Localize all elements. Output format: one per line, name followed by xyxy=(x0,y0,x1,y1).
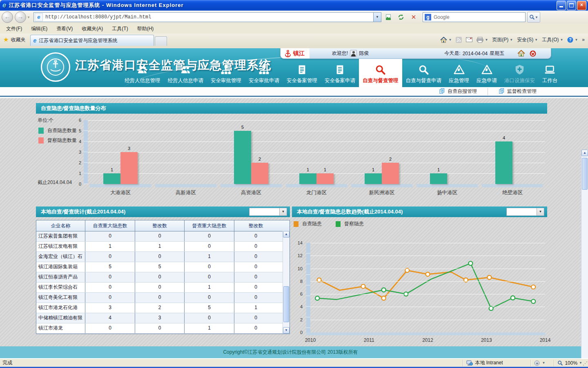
restore-button[interactable] xyxy=(567,1,576,10)
stats-table-header: 企业名称自查重大隐患数整改数督查重大隐患数整改数 xyxy=(36,220,290,231)
protected-mode-button[interactable]: ▼ xyxy=(534,360,545,366)
search-input[interactable] xyxy=(433,14,525,20)
forward-button[interactable]: → xyxy=(15,11,26,23)
bar-value-label: 4 xyxy=(495,135,512,140)
resize-grip[interactable] xyxy=(582,361,587,366)
menu-item-3[interactable]: 查看(V) xyxy=(52,24,77,34)
table-row[interactable]: 镇江奇美化工有限0000 xyxy=(36,293,290,303)
help-button[interactable]: ? ▼ xyxy=(567,37,578,43)
zoom-control[interactable]: 100% ▼ xyxy=(557,360,582,366)
bar-y-tick: 4 xyxy=(71,139,81,144)
web-page: 江苏省港口安全监管与应急管理系统 镇江 欢迎您! 陈俊 今天是: xyxy=(0,48,588,358)
compatibility-button[interactable] xyxy=(383,12,394,22)
logout-power-icon[interactable] xyxy=(529,50,537,57)
menu-item-5[interactable]: 工具(T) xyxy=(107,24,132,34)
page-scroll-up-icon[interactable]: ▲ xyxy=(581,150,588,156)
nav-item-8[interactable]: 自查与督查申请 xyxy=(402,59,445,87)
submenu-item-2[interactable]: 监督检查管理 xyxy=(488,88,547,95)
table-row[interactable]: 镇江李长荣综合石0010 xyxy=(36,283,290,293)
menu-item-2[interactable]: 编辑(E) xyxy=(27,24,52,34)
bar-y-tick: 1 xyxy=(71,171,81,176)
column-header: 督查重大隐患数 xyxy=(185,220,234,231)
trend-y-tick: 2 xyxy=(293,317,303,322)
table-row[interactable]: 中储粮镇江粮油有限4300 xyxy=(36,313,290,323)
search-go-button[interactable]: ▼ xyxy=(527,12,540,22)
scroll-up-icon[interactable]: ▲ xyxy=(283,231,290,238)
history-dropdown-icon[interactable]: ▼ xyxy=(27,16,30,19)
menu-item-6[interactable]: 帮助(H) xyxy=(133,24,158,34)
table-row[interactable]: 镇江市港龙0010 xyxy=(36,323,290,334)
safety-menu[interactable]: 安全(S)▼ xyxy=(517,36,538,43)
table-scroll-thumb[interactable] xyxy=(283,286,289,322)
gridline xyxy=(310,256,545,256)
bar-x-axis-segment xyxy=(286,184,347,187)
table-row[interactable]: 镇江港国际集装箱5500 xyxy=(36,262,290,272)
trend-y-tick: 6 xyxy=(293,292,303,296)
trend-filter-select[interactable]: ▼ xyxy=(506,208,544,216)
new-tab-button[interactable] xyxy=(155,36,167,46)
table-row[interactable]: 江苏镇江发电有限1100 xyxy=(36,242,290,252)
tab-title: 江苏省港口安全监管与应急管理系统 xyxy=(39,37,117,44)
tools-menu[interactable]: 工具(O)▼ xyxy=(542,36,563,43)
nav-item-12[interactable]: 工作台 xyxy=(539,59,561,87)
table-scrollbar[interactable]: ▲ ▼ xyxy=(283,231,290,334)
page-scrollbar[interactable]: ▲ ▼ xyxy=(581,150,588,358)
nav-item-2[interactable]: 经营人信息申请 xyxy=(164,59,207,87)
printer-icon xyxy=(477,37,483,43)
trend-x-tick: 2010 xyxy=(302,337,318,343)
back-button[interactable]: ← xyxy=(2,11,13,23)
trend-x-tick: 2011 xyxy=(361,337,377,343)
mail-button[interactable] xyxy=(466,37,472,42)
stop-button[interactable]: ✕ xyxy=(408,12,419,22)
scroll-down-icon[interactable]: ▼ xyxy=(283,327,290,334)
favorites-star-icon[interactable]: ★ xyxy=(3,36,9,43)
nav-item-7[interactable]: 自查与督查管理 xyxy=(359,59,402,87)
minimize-button[interactable] xyxy=(557,1,566,10)
menu-item-1[interactable]: 文件(F) xyxy=(2,24,27,34)
submenu-item-1[interactable]: 自查自报管理 xyxy=(428,88,488,95)
overflow-chevron[interactable]: » xyxy=(582,37,585,43)
table-row[interactable]: 镇江恒泰沥青产品0000 xyxy=(36,272,290,283)
nav-item-10[interactable]: 应急申请 xyxy=(473,59,501,87)
warning-icon xyxy=(481,64,492,75)
nav-item-9[interactable]: 应急管理 xyxy=(445,59,473,87)
close-button[interactable]: × xyxy=(577,1,586,10)
table-row[interactable]: 镇江市港龙石化港3251 xyxy=(36,303,290,313)
page-menu[interactable]: 页面(P)▼ xyxy=(492,36,513,43)
stats-filter-select[interactable]: ▼ xyxy=(249,208,287,216)
home-button[interactable]: ▼ xyxy=(440,37,452,43)
bar-self-check xyxy=(103,173,120,184)
feeds-button[interactable] xyxy=(456,37,462,43)
today-weekday: 星期五 xyxy=(490,50,504,57)
menu-item-4[interactable]: 收藏夹(A) xyxy=(77,24,107,34)
nav-item-5[interactable]: 安全备案管理 xyxy=(283,59,321,87)
bar-self-check xyxy=(299,173,316,184)
refresh-button[interactable] xyxy=(395,12,407,22)
trend-marker xyxy=(531,285,535,289)
nav-item-6[interactable]: 安全备案申请 xyxy=(321,59,359,87)
select-arrow-icon: ▼ xyxy=(279,208,287,215)
nav-item-3[interactable]: 安全审批管理 xyxy=(207,59,245,87)
table-row[interactable]: 金海宏业（镇江）石0010 xyxy=(36,252,290,262)
trend-marker xyxy=(405,268,409,272)
nav-item-11[interactable]: 港口设施保安 xyxy=(501,59,539,87)
zoom-icon xyxy=(557,360,563,366)
today-date: 2014-04-04 xyxy=(463,51,488,56)
favorites-label[interactable]: 收藏夹 xyxy=(11,36,25,43)
url-dropdown-button[interactable]: ▼ xyxy=(373,13,381,22)
home-portal-icon[interactable] xyxy=(517,50,525,57)
url-input[interactable] xyxy=(45,14,373,20)
tab-active[interactable]: e 江苏省港口安全监管与应急管理系统 xyxy=(30,35,154,46)
bar-category-label: 大港港区 xyxy=(88,189,153,196)
nav-item-1[interactable]: 经营人信息管理 xyxy=(121,59,164,87)
user-bar: 镇江 欢迎您! 陈俊 今天是: 2014-04-04 星期五 xyxy=(280,48,551,59)
page-scroll-thumb[interactable] xyxy=(582,158,588,190)
stats-table-panel: 本地自查/督查统计(截止2014.04.04) ▼ 企业名称自查重大隐患数整改数… xyxy=(36,206,290,334)
print-button[interactable]: ▼ xyxy=(477,37,488,43)
table-row[interactable]: 江苏索普集团有限0000 xyxy=(36,231,290,242)
shield-icon xyxy=(514,64,525,75)
magnifier-icon xyxy=(418,64,429,75)
stats-table-title: 本地自查/督查统计(截止2014.04.04) ▼ xyxy=(36,206,290,217)
nav-item-4[interactable]: 安全审批申请 xyxy=(245,59,283,87)
bar-supervise xyxy=(120,152,138,184)
